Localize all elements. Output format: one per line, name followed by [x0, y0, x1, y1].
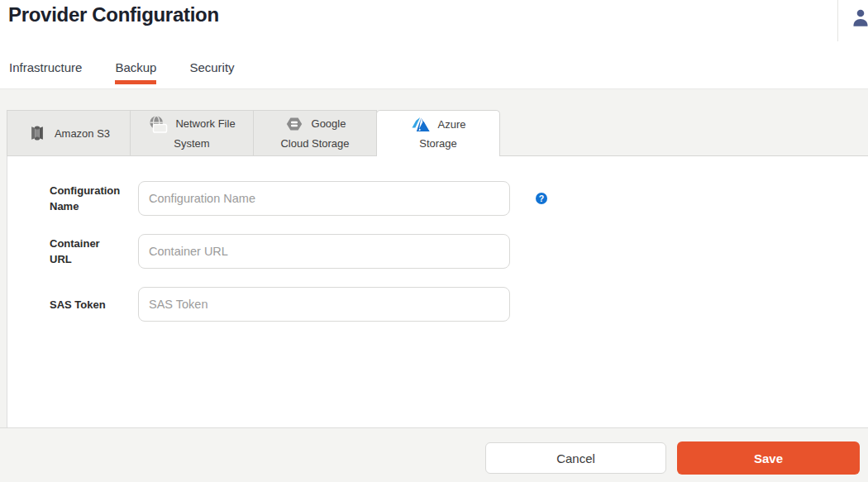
container-url-row: Container URL: [50, 234, 510, 269]
footer-bar: Cancel Save: [0, 427, 868, 482]
provider-tab-google-cloud-storage[interactable]: Google Cloud Storage: [253, 110, 377, 155]
page-header: Provider Configuration Infrastructure Ba…: [0, 0, 868, 89]
nav-tab-backup[interactable]: Backup: [115, 60, 156, 84]
cancel-button[interactable]: Cancel: [485, 442, 666, 474]
user-icon[interactable]: [851, 7, 868, 27]
sas-token-input[interactable]: [138, 287, 510, 322]
nav-tab-infrastructure[interactable]: Infrastructure: [9, 60, 82, 84]
provider-tab-bar: Amazon S3 Network File System: [7, 110, 868, 156]
sas-token-label: SAS Token: [50, 297, 124, 313]
sas-token-row: SAS Token: [50, 287, 510, 322]
azure-storage-icon: [411, 114, 431, 134]
provider-tab-label: Network File: [175, 114, 235, 133]
help-icon[interactable]: ?: [536, 193, 547, 204]
header-divider: [837, 0, 838, 41]
page-title: Provider Configuration: [8, 3, 219, 26]
container-url-label: Container URL: [50, 236, 124, 267]
configuration-name-input[interactable]: [138, 181, 510, 216]
provider-tab-label: Amazon S3: [55, 124, 110, 143]
provider-tab-amazon-s3[interactable]: Amazon S3: [7, 110, 131, 155]
container-url-input[interactable]: [138, 234, 510, 269]
provider-tab-label-line2: Storage: [419, 134, 457, 153]
configuration-name-label: Configuration Name: [50, 183, 124, 214]
save-button[interactable]: Save: [677, 441, 860, 475]
network-file-system-icon: [148, 114, 168, 134]
nav-tab-security[interactable]: Security: [189, 60, 234, 84]
amazon-s3-icon: [27, 123, 47, 143]
provider-tab-label-line2: System: [174, 134, 209, 153]
provider-tab-label-line2: Cloud Storage: [280, 134, 349, 153]
main-nav: Infrastructure Backup Security: [9, 60, 268, 85]
provider-tab-azure-storage[interactable]: Azure Storage: [376, 110, 500, 156]
provider-tab-label: Azure: [438, 115, 466, 134]
provider-tab-network-file-system[interactable]: Network File System: [130, 110, 254, 155]
google-cloud-storage-icon: [284, 114, 304, 134]
provider-tab-label: Google: [312, 114, 346, 133]
configuration-name-row: Configuration Name ?: [50, 181, 547, 216]
provider-configuration-page: Provider Configuration Infrastructure Ba…: [0, 0, 868, 482]
